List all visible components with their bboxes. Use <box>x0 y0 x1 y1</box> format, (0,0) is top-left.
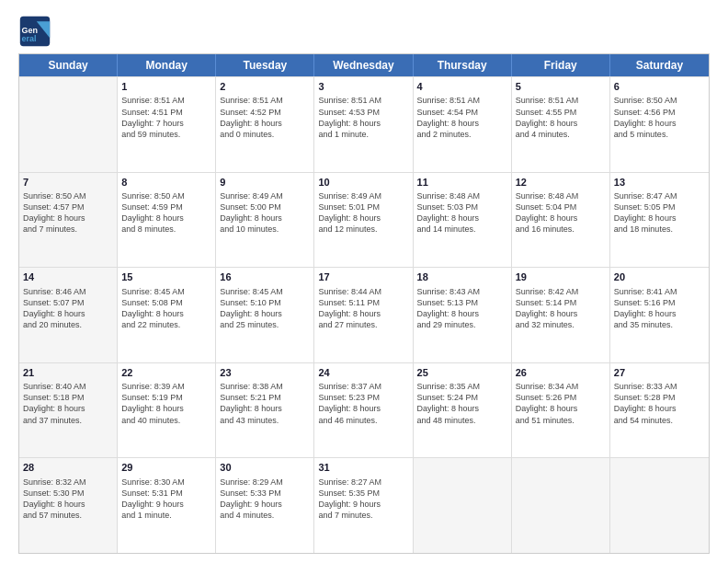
day-info: Sunrise: 8:44 AM Sunset: 5:11 PM Dayligh… <box>318 286 408 331</box>
day-info: Sunrise: 8:45 AM Sunset: 5:08 PM Dayligh… <box>121 286 211 331</box>
calendar: SundayMondayTuesdayWednesdayThursdayFrid… <box>18 53 710 554</box>
cal-cell-r0-c5: 5Sunrise: 8:51 AM Sunset: 4:55 PM Daylig… <box>512 77 610 172</box>
cal-cell-r1-c2: 9Sunrise: 8:49 AM Sunset: 5:00 PM Daylig… <box>216 173 314 268</box>
cal-cell-r0-c1: 1Sunrise: 8:51 AM Sunset: 4:51 PM Daylig… <box>118 77 216 172</box>
day-number: 27 <box>614 366 705 380</box>
day-number: 26 <box>516 366 606 380</box>
logo-icon: Gen eral <box>18 15 51 48</box>
day-number: 5 <box>516 80 606 94</box>
day-number: 4 <box>417 80 507 94</box>
weekday-header-tuesday: Tuesday <box>216 54 314 76</box>
day-number: 22 <box>121 366 211 380</box>
day-number: 31 <box>318 461 408 475</box>
cal-cell-r3-c0: 21Sunrise: 8:40 AM Sunset: 5:18 PM Dayli… <box>19 363 118 458</box>
day-info: Sunrise: 8:34 AM Sunset: 5:26 PM Dayligh… <box>516 381 606 426</box>
cal-cell-r0-c2: 2Sunrise: 8:51 AM Sunset: 4:52 PM Daylig… <box>216 77 314 172</box>
cal-cell-r2-c1: 15Sunrise: 8:45 AM Sunset: 5:08 PM Dayli… <box>118 268 216 362</box>
cal-cell-r4-c0: 28Sunrise: 8:32 AM Sunset: 5:30 PM Dayli… <box>19 458 118 553</box>
cal-cell-r3-c5: 26Sunrise: 8:34 AM Sunset: 5:26 PM Dayli… <box>512 363 610 458</box>
cal-cell-r2-c4: 18Sunrise: 8:43 AM Sunset: 5:13 PM Dayli… <box>414 268 512 362</box>
calendar-row-3: 21Sunrise: 8:40 AM Sunset: 5:18 PM Dayli… <box>19 362 709 458</box>
day-info: Sunrise: 8:41 AM Sunset: 5:16 PM Dayligh… <box>614 286 705 331</box>
day-number: 30 <box>220 461 310 475</box>
day-info: Sunrise: 8:38 AM Sunset: 5:21 PM Dayligh… <box>220 381 310 426</box>
cal-cell-r3-c3: 24Sunrise: 8:37 AM Sunset: 5:23 PM Dayli… <box>314 363 413 458</box>
calendar-row-1: 7Sunrise: 8:50 AM Sunset: 4:57 PM Daylig… <box>19 172 709 268</box>
day-info: Sunrise: 8:50 AM Sunset: 4:56 PM Dayligh… <box>614 95 705 140</box>
cal-cell-r1-c3: 10Sunrise: 8:49 AM Sunset: 5:01 PM Dayli… <box>314 173 413 268</box>
day-number: 24 <box>318 366 408 380</box>
day-number: 20 <box>614 270 705 284</box>
day-info: Sunrise: 8:49 AM Sunset: 5:00 PM Dayligh… <box>220 190 310 236</box>
day-number: 25 <box>417 366 507 380</box>
day-info: Sunrise: 8:32 AM Sunset: 5:30 PM Dayligh… <box>23 477 113 522</box>
day-info: Sunrise: 8:42 AM Sunset: 5:14 PM Dayligh… <box>516 286 606 331</box>
day-number: 23 <box>220 366 310 380</box>
cal-cell-r0-c6: 6Sunrise: 8:50 AM Sunset: 4:56 PM Daylig… <box>610 77 709 172</box>
day-info: Sunrise: 8:30 AM Sunset: 5:31 PM Dayligh… <box>121 477 211 522</box>
cal-cell-r4-c5 <box>512 458 610 553</box>
weekday-header-monday: Monday <box>118 54 216 76</box>
cal-cell-r3-c1: 22Sunrise: 8:39 AM Sunset: 5:19 PM Dayli… <box>118 363 216 458</box>
day-number: 8 <box>121 176 211 190</box>
cal-cell-r1-c4: 11Sunrise: 8:48 AM Sunset: 5:03 PM Dayli… <box>414 173 512 268</box>
day-number: 14 <box>23 270 113 284</box>
day-info: Sunrise: 8:51 AM Sunset: 4:55 PM Dayligh… <box>516 95 606 140</box>
day-number: 9 <box>220 176 310 190</box>
day-info: Sunrise: 8:35 AM Sunset: 5:24 PM Dayligh… <box>417 381 507 426</box>
day-info: Sunrise: 8:50 AM Sunset: 4:59 PM Dayligh… <box>121 190 211 236</box>
weekday-header-friday: Friday <box>512 54 610 76</box>
day-info: Sunrise: 8:43 AM Sunset: 5:13 PM Dayligh… <box>417 286 507 331</box>
calendar-body: 1Sunrise: 8:51 AM Sunset: 4:51 PM Daylig… <box>19 76 709 553</box>
day-number: 21 <box>23 366 113 380</box>
cal-cell-r4-c1: 29Sunrise: 8:30 AM Sunset: 5:31 PM Dayli… <box>118 458 216 553</box>
cal-cell-r2-c6: 20Sunrise: 8:41 AM Sunset: 5:16 PM Dayli… <box>610 268 709 362</box>
day-info: Sunrise: 8:46 AM Sunset: 5:07 PM Dayligh… <box>23 286 113 331</box>
day-info: Sunrise: 8:49 AM Sunset: 5:01 PM Dayligh… <box>318 190 408 236</box>
svg-text:eral: eral <box>22 34 37 43</box>
calendar-row-2: 14Sunrise: 8:46 AM Sunset: 5:07 PM Dayli… <box>19 267 709 362</box>
day-info: Sunrise: 8:51 AM Sunset: 4:53 PM Dayligh… <box>318 95 408 140</box>
day-info: Sunrise: 8:33 AM Sunset: 5:28 PM Dayligh… <box>614 381 705 426</box>
cal-cell-r2-c3: 17Sunrise: 8:44 AM Sunset: 5:11 PM Dayli… <box>314 268 413 362</box>
day-info: Sunrise: 8:40 AM Sunset: 5:18 PM Dayligh… <box>23 381 113 426</box>
cal-cell-r2-c2: 16Sunrise: 8:45 AM Sunset: 5:10 PM Dayli… <box>216 268 314 362</box>
cal-cell-r1-c1: 8Sunrise: 8:50 AM Sunset: 4:59 PM Daylig… <box>118 173 216 268</box>
weekday-header-thursday: Thursday <box>414 54 512 76</box>
day-info: Sunrise: 8:50 AM Sunset: 4:57 PM Dayligh… <box>23 190 113 236</box>
cal-cell-r1-c5: 12Sunrise: 8:48 AM Sunset: 5:04 PM Dayli… <box>512 173 610 268</box>
day-number: 13 <box>614 176 705 190</box>
day-number: 16 <box>220 270 310 284</box>
day-number: 6 <box>614 80 705 94</box>
day-number: 15 <box>121 270 211 284</box>
cal-cell-r1-c6: 13Sunrise: 8:47 AM Sunset: 5:05 PM Dayli… <box>610 173 709 268</box>
day-info: Sunrise: 8:47 AM Sunset: 5:05 PM Dayligh… <box>614 190 705 236</box>
day-info: Sunrise: 8:48 AM Sunset: 5:04 PM Dayligh… <box>516 190 606 236</box>
day-number: 19 <box>516 270 606 284</box>
cal-cell-r4-c6 <box>610 458 709 553</box>
cal-cell-r4-c2: 30Sunrise: 8:29 AM Sunset: 5:33 PM Dayli… <box>216 458 314 553</box>
day-number: 18 <box>417 270 507 284</box>
day-info: Sunrise: 8:27 AM Sunset: 5:35 PM Dayligh… <box>318 477 408 522</box>
day-number: 11 <box>417 176 507 190</box>
cal-cell-r4-c4 <box>414 458 512 553</box>
day-info: Sunrise: 8:51 AM Sunset: 4:51 PM Dayligh… <box>121 95 211 140</box>
day-info: Sunrise: 8:48 AM Sunset: 5:03 PM Dayligh… <box>417 190 507 236</box>
day-info: Sunrise: 8:51 AM Sunset: 4:54 PM Dayligh… <box>417 95 507 140</box>
calendar-row-0: 1Sunrise: 8:51 AM Sunset: 4:51 PM Daylig… <box>19 76 709 172</box>
cal-cell-r0-c4: 4Sunrise: 8:51 AM Sunset: 4:54 PM Daylig… <box>414 77 512 172</box>
cal-cell-r2-c0: 14Sunrise: 8:46 AM Sunset: 5:07 PM Dayli… <box>19 268 118 362</box>
day-info: Sunrise: 8:29 AM Sunset: 5:33 PM Dayligh… <box>220 477 310 522</box>
weekday-header-sunday: Sunday <box>19 54 118 76</box>
cal-cell-r3-c2: 23Sunrise: 8:38 AM Sunset: 5:21 PM Dayli… <box>216 363 314 458</box>
day-info: Sunrise: 8:39 AM Sunset: 5:19 PM Dayligh… <box>121 381 211 426</box>
header: Gen eral <box>18 15 710 48</box>
cal-cell-r2-c5: 19Sunrise: 8:42 AM Sunset: 5:14 PM Dayli… <box>512 268 610 362</box>
day-number: 29 <box>121 461 211 475</box>
calendar-row-4: 28Sunrise: 8:32 AM Sunset: 5:30 PM Dayli… <box>19 457 709 553</box>
page: Gen eral SundayMondayTuesdayWednesdayThu… <box>0 0 728 563</box>
day-number: 10 <box>318 176 408 190</box>
calendar-header: SundayMondayTuesdayWednesdayThursdayFrid… <box>19 54 709 76</box>
day-number: 2 <box>220 80 310 94</box>
cal-cell-r3-c6: 27Sunrise: 8:33 AM Sunset: 5:28 PM Dayli… <box>610 363 709 458</box>
